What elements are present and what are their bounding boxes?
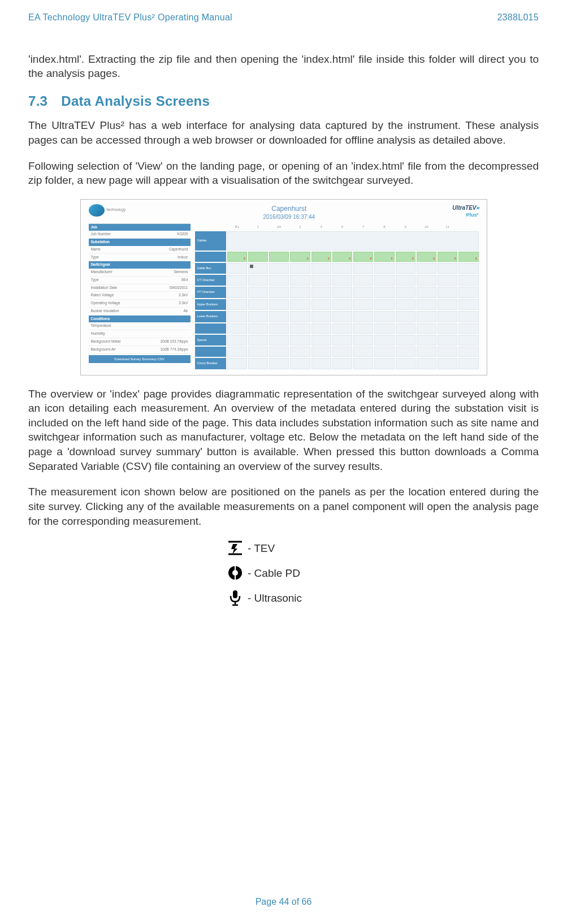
grid-cell[interactable] <box>417 358 436 369</box>
grid-cell[interactable] <box>311 299 331 310</box>
grid-cell[interactable] <box>438 323 457 334</box>
grid-cell[interactable] <box>332 311 352 322</box>
grid-cell[interactable]: 0 <box>458 252 478 262</box>
download-csv-button[interactable]: Download Survey Summary CSV <box>89 355 191 363</box>
grid-cell[interactable] <box>417 347 436 357</box>
grid-cell[interactable] <box>353 263 373 274</box>
grid-cell[interactable] <box>438 263 457 274</box>
grid-cell[interactable] <box>269 347 289 357</box>
grid-cell[interactable] <box>269 252 289 262</box>
grid-cell[interactable] <box>248 299 268 310</box>
grid-cell[interactable] <box>438 299 457 310</box>
grid-cell[interactable] <box>458 358 478 369</box>
grid-cell[interactable] <box>417 323 436 334</box>
grid-cell[interactable] <box>458 323 478 334</box>
grid-cell[interactable] <box>417 299 436 310</box>
grid-cell[interactable] <box>353 335 373 346</box>
grid-cell[interactable] <box>269 358 289 369</box>
grid-cell[interactable] <box>332 358 352 369</box>
grid-cell[interactable] <box>248 358 268 369</box>
grid-cell[interactable] <box>458 347 478 357</box>
grid-cell[interactable] <box>290 323 310 334</box>
grid-cell[interactable] <box>332 275 352 286</box>
grid-cell[interactable] <box>374 263 394 274</box>
grid-cell[interactable] <box>311 347 331 357</box>
grid-cell[interactable] <box>353 311 373 322</box>
grid-cell[interactable]: 0 <box>374 252 394 262</box>
grid-cell[interactable] <box>248 252 268 262</box>
grid-cell[interactable] <box>311 287 331 297</box>
grid-cell[interactable] <box>269 323 289 334</box>
grid-cell[interactable] <box>438 347 457 357</box>
grid-cell[interactable] <box>290 287 310 297</box>
grid-cell[interactable] <box>396 335 415 346</box>
grid-cell[interactable] <box>227 335 247 346</box>
grid-cell[interactable] <box>227 263 247 274</box>
grid-cell[interactable] <box>374 311 394 322</box>
grid-cell[interactable] <box>290 299 310 310</box>
grid-cell[interactable]: 0 <box>227 252 247 262</box>
grid-cell[interactable] <box>417 275 436 286</box>
grid-cell[interactable] <box>438 358 457 369</box>
grid-cell[interactable] <box>227 299 247 310</box>
grid-cell[interactable] <box>374 275 394 286</box>
grid-cell[interactable] <box>438 287 457 297</box>
grid-cell[interactable] <box>438 311 457 322</box>
grid-cell[interactable] <box>374 335 394 346</box>
grid-cell[interactable] <box>438 335 457 346</box>
grid-cell[interactable] <box>227 347 247 357</box>
grid-cell[interactable] <box>353 323 373 334</box>
grid-cell[interactable]: 0 <box>438 252 457 262</box>
grid-cell[interactable] <box>458 299 478 310</box>
grid-cell[interactable] <box>374 347 394 357</box>
grid-cell[interactable] <box>458 275 478 286</box>
grid-cell[interactable] <box>332 263 352 274</box>
grid-cell[interactable] <box>374 299 394 310</box>
grid-cell[interactable] <box>332 335 352 346</box>
grid-cell[interactable] <box>396 323 415 334</box>
grid-cell[interactable] <box>417 335 436 346</box>
grid-cell[interactable] <box>458 311 478 322</box>
grid-cell[interactable] <box>332 299 352 310</box>
grid-cell[interactable] <box>311 335 331 346</box>
grid-cell[interactable] <box>396 299 415 310</box>
grid-cell[interactable] <box>290 275 310 286</box>
grid-cell[interactable] <box>227 311 247 322</box>
grid-cell[interactable] <box>248 347 268 357</box>
grid-cell[interactable] <box>227 323 247 334</box>
grid-cell[interactable] <box>396 263 415 274</box>
grid-cell[interactable] <box>269 299 289 310</box>
grid-cell[interactable] <box>353 347 373 357</box>
grid-cell[interactable] <box>458 263 478 274</box>
grid-cell[interactable]: 0 <box>396 252 415 262</box>
grid-cell[interactable] <box>374 323 394 334</box>
grid-cell[interactable] <box>269 275 289 286</box>
grid-cell[interactable] <box>458 335 478 346</box>
grid-cell[interactable] <box>311 263 331 274</box>
grid-cell[interactable] <box>374 358 394 369</box>
grid-cell[interactable] <box>269 263 289 274</box>
grid-cell[interactable] <box>248 287 268 297</box>
grid-cell[interactable]: 0 <box>332 252 352 262</box>
grid-cell[interactable] <box>353 299 373 310</box>
grid-cell[interactable] <box>290 263 310 274</box>
grid-cell[interactable] <box>290 311 310 322</box>
grid-cell[interactable] <box>269 311 289 322</box>
grid-cell[interactable] <box>311 323 331 334</box>
grid-cell[interactable] <box>227 287 247 297</box>
grid-cell[interactable] <box>311 275 331 286</box>
grid-cell[interactable] <box>458 287 478 297</box>
grid-cell[interactable] <box>332 323 352 334</box>
grid-cell[interactable] <box>396 275 415 286</box>
grid-cell[interactable] <box>269 287 289 297</box>
grid-cell[interactable] <box>417 287 436 297</box>
grid-cell[interactable] <box>353 287 373 297</box>
grid-cell[interactable] <box>290 358 310 369</box>
grid-cell[interactable] <box>396 358 415 369</box>
grid-cell[interactable] <box>227 231 479 251</box>
grid-cell[interactable] <box>332 347 352 357</box>
grid-cell[interactable]: 0 <box>311 252 331 262</box>
grid-cell[interactable] <box>353 358 373 369</box>
grid-cell[interactable] <box>438 275 457 286</box>
grid-cell[interactable] <box>227 358 247 369</box>
